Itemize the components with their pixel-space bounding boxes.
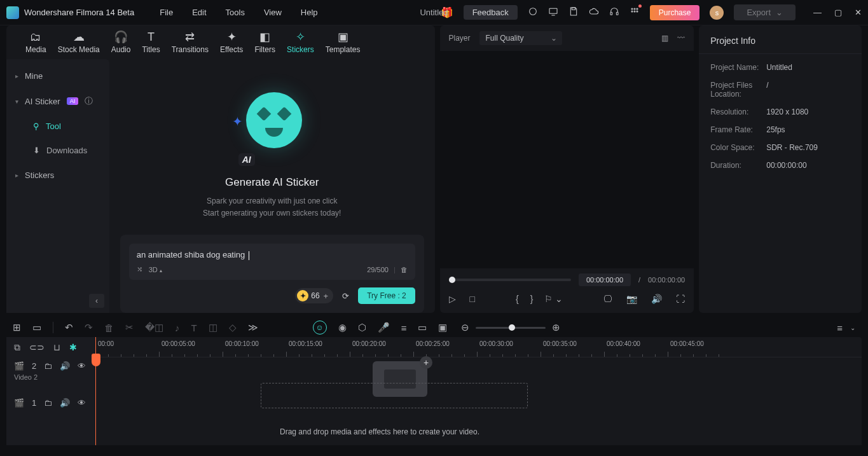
save-icon[interactable] [568, 6, 579, 18]
progress-slider[interactable] [449, 279, 571, 281]
ai-snap-icon[interactable]: ✱ [69, 342, 77, 352]
color-icon[interactable]: ◉ [338, 322, 347, 333]
credits-pill[interactable]: ✦ 66 + [295, 288, 333, 303]
device-icon[interactable]: ▭ [418, 322, 427, 333]
sidebar-item-stickers[interactable]: ▸Stickers [6, 162, 109, 188]
playhead[interactable] [95, 337, 96, 445]
user-avatar[interactable]: s [710, 6, 724, 20]
cloud-icon[interactable] [589, 6, 599, 18]
tab-titles[interactable]: TTitles [142, 31, 160, 54]
apps-icon[interactable] [630, 6, 640, 18]
zoom-in-icon[interactable]: ⊕ [552, 322, 560, 333]
mic-icon[interactable]: 🎤 [378, 322, 390, 333]
tab-stickers[interactable]: ✧Stickers [287, 31, 314, 54]
mute-track-icon[interactable]: 🔊 [60, 361, 70, 371]
cut-icon[interactable]: ✂ [125, 322, 134, 333]
headphones-icon[interactable] [609, 6, 619, 18]
more-tools-icon[interactable]: ≫ [248, 322, 258, 333]
quality-select[interactable]: Full Quality [479, 31, 562, 45]
add-media-icon[interactable]: + [420, 356, 432, 369]
grid-icon[interactable]: ⊞ [13, 322, 21, 333]
menu-view[interactable]: View [264, 8, 282, 17]
visibility-icon[interactable]: 👁 [78, 361, 86, 371]
tab-media[interactable]: 🗂Media [25, 31, 46, 54]
mark-in-icon[interactable]: { [516, 294, 519, 304]
keyframe-icon[interactable]: ◇ [229, 322, 237, 333]
folder-track-icon[interactable]: 🗀 [44, 361, 52, 371]
export-button[interactable]: Export ⌄ [734, 4, 796, 20]
screen-icon[interactable] [548, 6, 558, 18]
delete-icon[interactable]: 🗑 [104, 322, 114, 333]
menu-file[interactable]: File [160, 8, 173, 17]
purchase-button[interactable]: Purchase [650, 5, 700, 20]
tab-audio[interactable]: 🎧Audio [111, 31, 131, 54]
select-tool-icon[interactable]: ▭ [32, 322, 41, 333]
visibility-icon[interactable]: 👁 [78, 398, 86, 408]
timeline-drop-zone[interactable] [261, 383, 528, 408]
play-button[interactable]: ▷ [449, 294, 456, 304]
cascade-icon[interactable]: ⧉ [14, 342, 20, 353]
scope-icon[interactable]: 〰 [677, 34, 685, 43]
feedback-button[interactable]: Feedback [464, 5, 518, 20]
tab-transitions[interactable]: ⇄Transitions [172, 31, 209, 54]
mode-3d-toggle[interactable]: 3D ▴ [149, 266, 162, 273]
record-icon[interactable] [528, 6, 538, 18]
redo-icon[interactable]: ↷ [85, 322, 93, 333]
sidebar-item-ai-sticker[interactable]: ▾AI StickerAIⓘ [6, 88, 109, 114]
tab-filters[interactable]: ◧Filters [254, 31, 275, 54]
refresh-icon[interactable]: ⟳ [342, 291, 349, 301]
info-value: / [766, 81, 768, 99]
shield-icon[interactable]: ⬡ [358, 322, 366, 333]
text-tool-icon[interactable]: T [191, 322, 197, 333]
collapse-sidebar-button[interactable]: ‹ [89, 294, 104, 308]
try-free-button[interactable]: Try Free : 2 [358, 287, 415, 304]
track-options-icon[interactable]: ≡ [837, 322, 843, 333]
minimize-button[interactable]: ― [813, 8, 822, 17]
track-head-video-2[interactable]: 🎬2 🗀 🔊 👁 Video 2 [6, 357, 95, 394]
menu-edit[interactable]: Edit [192, 8, 206, 17]
folder-track-icon[interactable]: 🗀 [44, 398, 52, 408]
undo-icon[interactable]: ↶ [65, 322, 73, 333]
crop-icon[interactable]: �◫ [145, 322, 163, 333]
tab-templates[interactable]: ▣Templates [326, 31, 361, 54]
timeline-ruler[interactable]: 00:0000:00:05:0000:00:10:0000:00:15:0000… [95, 337, 862, 357]
preview-canvas[interactable] [440, 51, 694, 268]
clear-icon[interactable]: 🗑 [401, 266, 408, 273]
compare-icon[interactable]: ▥ [661, 34, 668, 43]
mask-icon[interactable]: ◫ [209, 322, 217, 333]
tab-effects[interactable]: ✦Effects [220, 31, 243, 54]
mute-track-icon[interactable]: 🔊 [60, 398, 70, 408]
track-head-video-1[interactable]: 🎬1 🗀 🔊 👁 [6, 394, 95, 431]
marker-dropdown[interactable]: ⚐ ⌄ [544, 294, 563, 304]
svg-point-8 [631, 11, 633, 12]
mark-out-icon[interactable]: } [530, 294, 534, 304]
shuffle-icon[interactable]: ⤭ [137, 265, 142, 273]
tab-stock-media[interactable]: ☁Stock Media [58, 31, 100, 54]
timeline-canvas[interactable]: 00:0000:00:05:0000:00:10:0000:00:15:0000… [95, 337, 862, 445]
render-icon[interactable]: ▣ [438, 322, 447, 333]
sidebar-item-mine[interactable]: ▸Mine [6, 63, 109, 88]
link-icon[interactable]: ⊂⊃ [29, 342, 45, 352]
menu-help[interactable]: Help [301, 8, 318, 17]
subtitle-icon[interactable]: ≡ [401, 322, 407, 333]
fullscreen-icon[interactable]: ⛶ [676, 294, 685, 304]
maximize-button[interactable]: ▢ [834, 8, 842, 17]
magnet-icon[interactable]: ⊔ [53, 342, 60, 352]
prompt-input[interactable]: an animated shiba dog eating ⤭ 3D ▴ 29/5… [129, 244, 415, 280]
close-button[interactable]: ✕ [855, 8, 862, 17]
volume-icon[interactable]: 🔊 [651, 294, 662, 304]
monitor-icon[interactable]: 🖵 [603, 294, 612, 304]
track-number: 2 [32, 361, 36, 371]
zoom-slider[interactable] [476, 327, 546, 329]
ai-assist-icon[interactable]: ☺ [313, 321, 327, 335]
options-dropdown-icon[interactable]: ⌄ [850, 324, 855, 331]
info-icon[interactable]: ⓘ [85, 95, 93, 107]
sidebar-sub-downloads[interactable]: ⬇Downloads [6, 138, 109, 162]
menu-tools[interactable]: Tools [226, 8, 245, 17]
add-credits-icon[interactable]: + [324, 291, 329, 301]
snapshot-icon[interactable]: 📷 [626, 294, 637, 304]
music-icon[interactable]: ♪ [175, 322, 180, 333]
stop-button[interactable]: □ [470, 294, 475, 304]
zoom-out-icon[interactable]: ⊖ [461, 322, 469, 333]
sidebar-sub-tool[interactable]: ⚲Tool [6, 114, 109, 138]
